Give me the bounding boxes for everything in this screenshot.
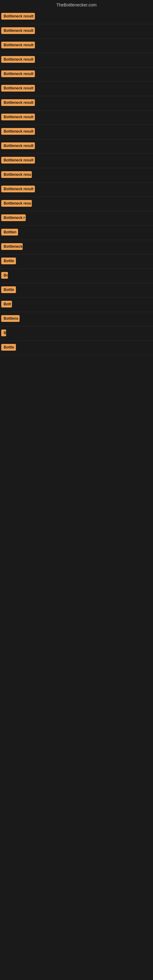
bottleneck-badge-14[interactable]: Bottleneck resu [1,200,32,207]
bottleneck-badge-22[interactable]: Bottlens [1,315,19,322]
result-row-1: Bottleneck result [0,10,153,24]
bottleneck-badge-9[interactable]: Bottleneck result [1,128,35,135]
result-row-12: Bottleneck resu [0,168,153,183]
bottleneck-badge-2[interactable]: Bottleneck result [1,27,35,34]
bottleneck-badge-13[interactable]: Bottleneck result [1,186,35,192]
bottleneck-badge-24[interactable]: Bottle [1,344,16,351]
bottleneck-badge-7[interactable]: Bottleneck result [1,99,35,106]
result-row-5: Bottleneck result [0,67,153,82]
bottleneck-badge-1[interactable]: Bottleneck result [1,13,35,20]
bottleneck-badge-3[interactable]: Bottleneck result [1,41,35,48]
site-header: TheBottlenecker.com [0,0,153,10]
result-row-7: Bottleneck result [0,96,153,111]
bottleneck-badge-20[interactable]: Bottle [1,286,16,293]
result-row-13: Bottleneck result [0,183,153,197]
result-row-10: Bottleneck result [0,139,153,154]
bottleneck-badge-16[interactable]: Bottlen [1,229,18,235]
bottleneck-badge-19[interactable]: Bo [1,272,8,279]
result-row-21: Bott [0,298,153,312]
result-row-9: Bottleneck result [0,125,153,139]
bottleneck-badge-8[interactable]: Bottleneck result [1,114,35,120]
bottleneck-badge-17[interactable]: Bottleneck [1,243,22,250]
result-row-23: B [0,326,153,341]
bottleneck-badge-15[interactable]: Bottleneck r [1,215,26,221]
bottleneck-badge-23[interactable]: B [1,329,6,336]
result-row-20: Bottle [0,283,153,298]
bottleneck-badge-12[interactable]: Bottleneck resu [1,171,32,178]
result-row-8: Bottleneck result [0,111,153,125]
result-row-11: Bottleneck result [0,154,153,168]
result-row-19: Bo [0,269,153,283]
result-row-15: Bottleneck r [0,211,153,226]
bottleneck-badge-4[interactable]: Bottleneck result [1,56,35,63]
result-row-17: Bottleneck [0,240,153,255]
result-row-16: Bottlen [0,226,153,240]
bottleneck-badge-18[interactable]: Bottle [1,258,16,264]
results-list: Bottleneck resultBottleneck resultBottle… [0,10,153,355]
bottleneck-badge-6[interactable]: Bottleneck result [1,85,35,92]
result-row-14: Bottleneck resu [0,197,153,211]
result-row-4: Bottleneck result [0,53,153,67]
result-row-22: Bottlens [0,312,153,326]
result-row-6: Bottleneck result [0,82,153,96]
bottleneck-badge-21[interactable]: Bott [1,301,12,307]
bottleneck-badge-10[interactable]: Bottleneck result [1,142,35,149]
result-row-18: Bottle [0,255,153,269]
result-row-3: Bottleneck result [0,38,153,53]
result-row-2: Bottleneck result [0,24,153,38]
site-title: TheBottlenecker.com [0,0,153,10]
bottleneck-badge-11[interactable]: Bottleneck result [1,157,35,164]
result-row-24: Bottle [0,341,153,355]
bottleneck-badge-5[interactable]: Bottleneck result [1,70,35,77]
